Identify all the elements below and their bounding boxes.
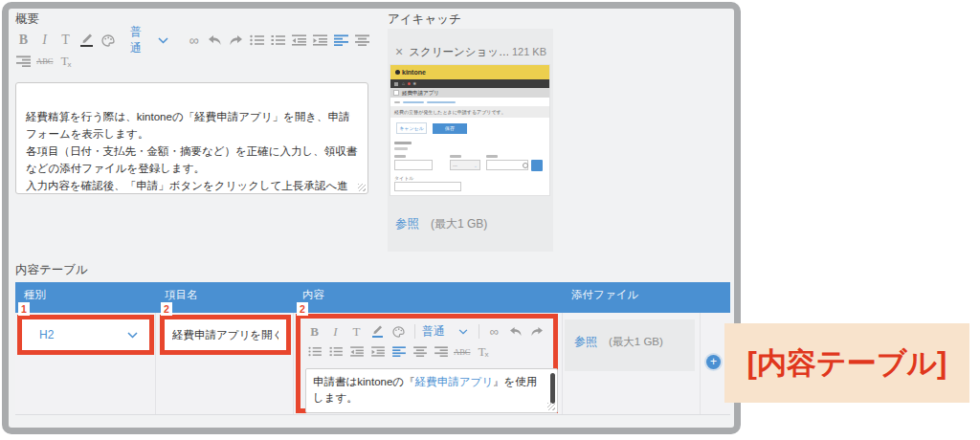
mini-cancel-button: キャンセル: [396, 122, 427, 134]
eyecatch-label: アイキャッチ: [388, 11, 461, 28]
overview-text: 経費精算を行う際は、kintoneの「経費申請アプリ」を開き、申請フォームを表示…: [26, 111, 357, 194]
strikethrough-icon[interactable]: ABC: [36, 53, 53, 70]
mini-app-titlebar: 経費申請アプリ: [390, 88, 549, 98]
file-name: スクリーンショッ…: [409, 45, 508, 59]
palette-icon[interactable]: [100, 32, 116, 49]
indent-icon[interactable]: [369, 343, 386, 361]
mini-save-button: 保存: [433, 123, 467, 134]
redo-icon[interactable]: [528, 323, 545, 341]
annotation-badge-1: 1: [18, 302, 30, 316]
numbered-list-icon[interactable]: [270, 32, 286, 49]
text-color-pen-icon[interactable]: [369, 323, 386, 341]
link-icon[interactable]: ∞: [186, 32, 202, 49]
remove-format-icon[interactable]: Tx: [57, 53, 74, 70]
annotation-box-item-name: [160, 315, 291, 355]
mini-kintone-header: kintone: [390, 65, 549, 79]
outdent-icon[interactable]: [291, 32, 307, 49]
mini-input-1: [394, 160, 433, 170]
underline-icon[interactable]: T: [57, 32, 74, 49]
overview-editor[interactable]: 経費精算を行う際は、kintoneの「経費申請アプリ」を開き、申請フォームを表示…: [15, 82, 368, 194]
eyecatch-max-size: (最大1 GB): [431, 216, 487, 232]
mini-search-icon: [523, 163, 528, 168]
bullet-list-icon[interactable]: [249, 32, 265, 49]
underline-icon[interactable]: T: [348, 323, 365, 341]
overview-toolbar: B I T 普通 ∞: [15, 30, 371, 72]
mini-app-icon: [393, 90, 399, 96]
content-editor-toolbar: B I T 普通 ∞: [306, 321, 551, 362]
italic-icon[interactable]: I: [327, 323, 344, 341]
column-header-attachment: 添付ファイル: [563, 282, 701, 313]
column-header-type: 種別: [15, 282, 156, 313]
mini-grid-icon: [394, 82, 398, 86]
mini-kintone-brand: kintone: [402, 69, 426, 76]
align-left-icon[interactable]: [390, 343, 407, 361]
chevron-down-icon[interactable]: [155, 32, 171, 49]
italic-icon[interactable]: I: [36, 32, 53, 49]
content-text-before: 申請書はkintoneの『: [313, 376, 415, 387]
strikethrough-icon[interactable]: ABC: [454, 343, 470, 361]
mini-button-row: キャンセル 保存: [390, 118, 549, 139]
chevron-down-icon[interactable]: [455, 323, 471, 341]
mini-kintone-logo-icon: [395, 70, 400, 75]
remove-format-icon[interactable]: Tx: [475, 343, 491, 361]
row-attachment-upload: 参照 (最大1 GB): [565, 319, 695, 371]
toolbar-divider: [479, 324, 479, 339]
editor-scrollbar[interactable]: [550, 373, 555, 404]
annotation-callout: [内容テーブル]: [724, 323, 969, 403]
item-name-input[interactable]: [165, 319, 286, 350]
attached-file-row: × スクリーンショッ… 121 KB: [395, 44, 546, 59]
mini-lookup-button: [531, 160, 543, 171]
mini-app-title: 経費申請アプリ: [402, 90, 439, 97]
align-right-icon[interactable]: [433, 343, 449, 361]
content-table-label: 内容テーブル: [15, 262, 88, 278]
bold-icon[interactable]: B: [306, 323, 323, 341]
eyecatch-panel: × スクリーンショッ… 121 KB kintone ⌂ ★ 経費申請アプリ: [388, 29, 553, 252]
text-color-pen-icon[interactable]: [78, 32, 95, 49]
annotation-badge-3: 2: [297, 302, 308, 316]
mini-app-description: 経費の立替が発生したときに申請するアプリです。: [390, 106, 549, 118]
eyecatch-browse-link[interactable]: 参照: [395, 216, 419, 232]
redo-icon[interactable]: [228, 32, 244, 49]
mini-title-label: タイトル: [394, 175, 413, 181]
column-header-actions: [701, 282, 730, 313]
column-header-item-name: 項目名: [156, 282, 294, 313]
align-right-icon[interactable]: [15, 53, 32, 70]
resize-handle[interactable]: [547, 403, 555, 410]
align-center-icon[interactable]: [354, 32, 370, 49]
remove-file-icon[interactable]: ×: [395, 44, 403, 59]
undo-icon[interactable]: [207, 32, 223, 49]
bold-icon[interactable]: B: [15, 32, 32, 49]
mini-star-icon: ★: [412, 81, 416, 86]
annotation-badge-2: 2: [161, 302, 172, 316]
mini-form-area: ---⌄ タイトル: [390, 139, 549, 195]
table-header: 種別 項目名 内容 添付ファイル: [15, 282, 730, 313]
type-select-value: H2: [39, 328, 54, 341]
type-select[interactable]: H2: [22, 319, 149, 350]
row-browse-link[interactable]: 参照: [574, 334, 597, 350]
overview-label: 概要: [15, 11, 39, 28]
file-size: 121 KB: [512, 46, 546, 57]
annotation-box-content: B I T 普通 ∞: [296, 314, 558, 413]
bullet-list-icon[interactable]: [306, 343, 323, 361]
annotation-box-type: H2: [17, 315, 154, 355]
chevron-down-icon: [127, 332, 138, 339]
eyecatch-thumbnail: kintone ⌂ ★ 経費申請アプリ 経費の立替が発生したときに申請するアプリ…: [390, 65, 549, 195]
outdent-icon[interactable]: [348, 343, 365, 361]
format-select[interactable]: 普通: [422, 323, 445, 340]
palette-icon[interactable]: [390, 323, 407, 341]
screenshot-stage: 概要 B I T 普通 ∞: [0, 0, 980, 440]
resize-handle[interactable]: [358, 184, 366, 191]
link-icon[interactable]: ∞: [486, 323, 502, 341]
numbered-list-icon[interactable]: [327, 343, 344, 361]
indent-icon[interactable]: [312, 32, 328, 49]
mini-global-toolbar: ⌂ ★: [390, 79, 549, 88]
content-editor[interactable]: 申請書はkintoneの『経費申請アプリ』を使用します。: [305, 368, 558, 413]
align-center-icon[interactable]: [412, 343, 428, 361]
undo-icon[interactable]: [507, 323, 523, 341]
mini-home-icon: ⌂: [402, 81, 405, 86]
content-text-link[interactable]: 経費申請アプリ: [415, 376, 493, 387]
add-row-button[interactable]: +: [706, 355, 721, 369]
align-left-icon[interactable]: [333, 32, 349, 49]
mini-select: ---⌄: [450, 160, 480, 170]
mini-title-input: [394, 182, 461, 191]
